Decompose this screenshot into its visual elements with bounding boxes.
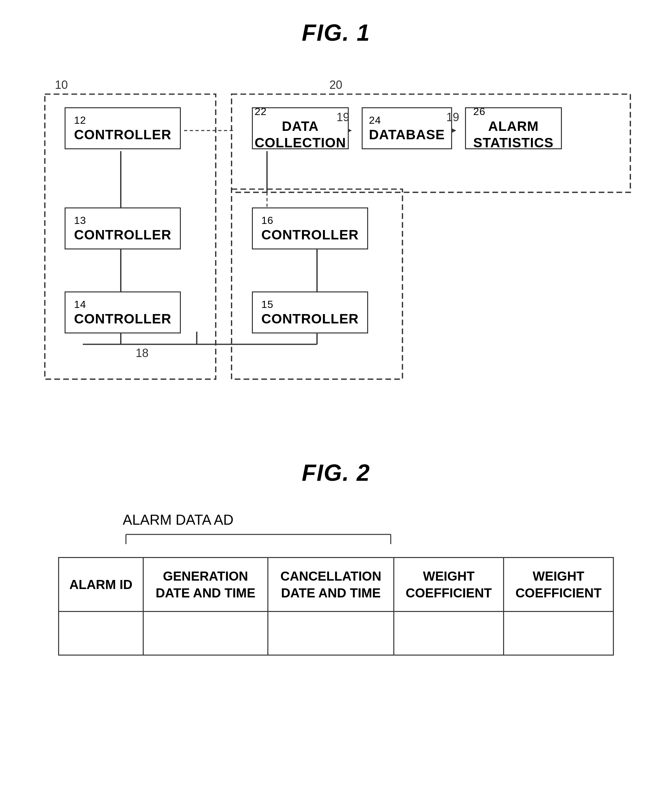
fig2-section: FIG. 2 ALARM DATA AD ALARM ID GENERATION… [26,459,646,656]
ref-19b: 19 [446,111,459,124]
controller-14-ref: 14 [74,298,171,311]
controller-14-box: 14 CONTROLLER [65,292,181,333]
controller-15-ref: 15 [261,298,359,311]
fig1-title: FIG. 1 [26,19,646,46]
controller-15-label: CONTROLLER [261,311,359,327]
col-generation-date-time: GENERATIONDATE AND TIME [143,558,268,612]
alarm-data-label: ALARM DATA AD [123,512,646,528]
controller-15-box: 15 CONTROLLER [252,292,368,333]
alarm-table: ALARM ID GENERATIONDATE AND TIME CANCELL… [58,557,614,656]
controller-13-label: CONTROLLER [74,227,171,243]
database-24-label: DATABASE [369,127,445,143]
controller-16-ref: 16 [261,215,359,226]
alarm-statistics-26-ref: 26 [474,106,554,118]
controller-12-label: CONTROLLER [74,127,171,143]
controller-12-ref: 12 [74,114,171,126]
controller-12-box: 12 CONTROLLER [65,107,181,149]
col-weight-coefficient-2: WEIGHTCOEFFICIENT [504,558,614,612]
ref-10: 10 [55,78,68,92]
database-24-box: 24 DATABASE [362,107,452,149]
row-weight1-cell [394,612,504,655]
ref-18: 18 [136,346,149,360]
fig1-diagram: 10 20 12 CONTROLLER 13 CONTROLLER 14 CON… [26,65,646,421]
ref-20: 20 [330,78,342,92]
col-weight-coefficient-1: WEIGHTCOEFFICIENT [394,558,504,612]
data-collection-22-label: DATACOLLECTION [255,118,346,151]
col-alarm-id: ALARM ID [59,558,143,612]
controller-13-ref: 13 [74,215,171,226]
controller-16-box: 16 CONTROLLER [252,207,368,249]
controller-14-label: CONTROLLER [74,311,171,327]
database-24-ref: 24 [369,114,445,126]
data-collection-22-box: 22 DATACOLLECTION [252,107,349,149]
alarm-statistics-26-label: ALARMSTATISTICS [474,118,554,151]
col-cancellation-date-time: CANCELLATIONDATE AND TIME [268,558,394,612]
row-cancellation-cell [268,612,394,655]
row-generation-cell [143,612,268,655]
alarm-statistics-26-box: 26 ALARMSTATISTICS [465,107,562,149]
controller-13-box: 13 CONTROLLER [65,207,181,249]
fig2-title: FIG. 2 [26,459,646,486]
data-collection-22-ref: 22 [255,106,346,118]
ref-19a: 19 [336,111,349,124]
controller-16-label: CONTROLLER [261,227,359,243]
row-weight2-cell [504,612,614,655]
row-alarm-id-cell [59,612,143,655]
